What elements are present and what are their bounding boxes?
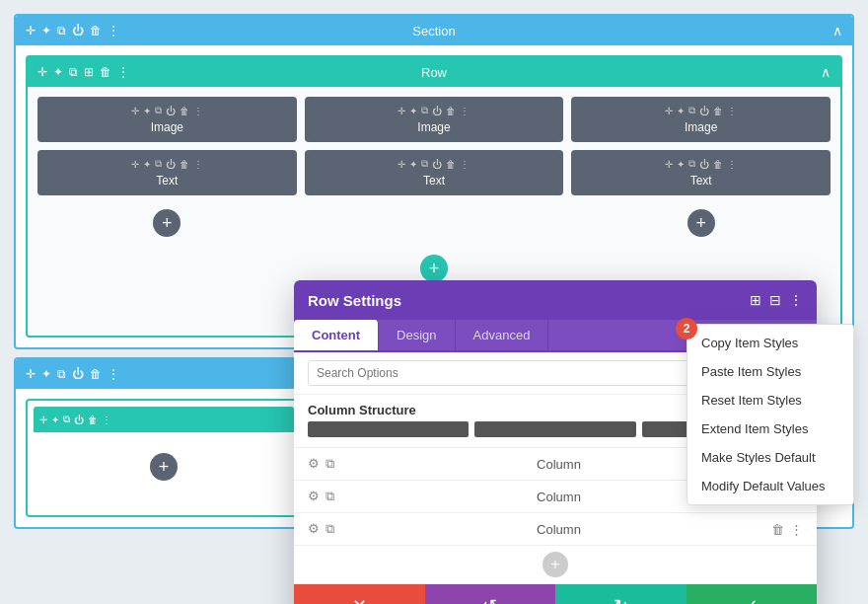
section-2-toolbar-icons[interactable]: ✛ ✦ ⧉ ⏻ 🗑 ⋮	[26, 367, 119, 381]
toggle-icon[interactable]: ⏻	[432, 159, 442, 170]
duplicate-icon[interactable]: ⧉	[688, 158, 695, 170]
more-icon[interactable]: ⋮	[790, 522, 803, 537]
tab-content[interactable]: Content	[294, 320, 379, 350]
duplicate-icon[interactable]: ⧉	[688, 105, 695, 116]
settings-icon[interactable]: ✦	[409, 106, 417, 116]
more-icon[interactable]: ⋮	[193, 106, 203, 116]
col-row-2-left-icons[interactable]: ⚙ ⧉	[308, 489, 334, 504]
toggle-icon[interactable]: ⏻	[699, 106, 709, 116]
delete-icon[interactable]: 🗑	[90, 24, 102, 38]
chevron-up-icon[interactable]: ∧	[821, 64, 831, 80]
col-row-3-left-icons[interactable]: ⚙ ⧉	[308, 521, 334, 537]
settings-icon[interactable]: ✦	[41, 367, 51, 381]
move-icon[interactable]: ✛	[665, 106, 673, 116]
toggle-icon[interactable]: ⏻	[699, 159, 709, 170]
add-element-row2[interactable]: +	[150, 453, 178, 481]
toggle-icon[interactable]: ⏻	[432, 106, 442, 116]
move-icon[interactable]: ✛	[665, 159, 673, 170]
settings-icon[interactable]: ⚙	[308, 456, 320, 472]
columns-icon[interactable]: ⊞	[84, 65, 94, 79]
settings-icon[interactable]: ⚙	[308, 489, 320, 504]
more-icon[interactable]: ⋮	[117, 65, 129, 79]
chevron-up-icon[interactable]: ∧	[832, 23, 842, 38]
tab-design[interactable]: Design	[379, 320, 455, 350]
delete-icon[interactable]: 🗑	[90, 367, 102, 381]
duplicate-icon[interactable]: ⧉	[155, 158, 162, 170]
move-icon[interactable]: ✛	[398, 106, 405, 116]
col-row-1-left-icons[interactable]: ⚙ ⧉	[308, 456, 334, 472]
delete-icon[interactable]: 🗑	[88, 415, 98, 425]
delete-icon[interactable]: 🗑	[180, 159, 189, 170]
settings-icon[interactable]: ✦	[677, 106, 685, 116]
toggle-icon[interactable]: ⏻	[72, 24, 84, 38]
toggle-icon[interactable]: ⏻	[74, 415, 84, 425]
add-element-col3[interactable]: +	[687, 209, 715, 237]
duplicate-icon[interactable]: ⧉	[155, 105, 162, 116]
row-2-wrapper: ✛ ✦ ⧉ ⏻ 🗑 ⋮ +	[26, 399, 302, 517]
duplicate-icon[interactable]: ⧉	[57, 24, 66, 38]
copy-item-styles[interactable]: Copy Item Styles	[687, 329, 853, 357]
move-icon[interactable]: ✛	[37, 65, 47, 79]
more-icon[interactable]: ⋮	[193, 159, 203, 170]
duplicate-icon[interactable]: ⧉	[63, 414, 70, 425]
extend-item-styles[interactable]: Extend Item Styles	[687, 415, 853, 443]
move-icon[interactable]: ✛	[26, 367, 36, 381]
cancel-button[interactable]: ✕	[294, 584, 425, 604]
move-icon[interactable]: ✛	[131, 159, 139, 170]
settings-icon[interactable]: ✦	[143, 106, 151, 116]
delete-icon[interactable]: 🗑	[713, 106, 723, 116]
duplicate-icon[interactable]: ⧉	[57, 367, 66, 381]
tab-advanced[interactable]: Advanced	[456, 320, 549, 350]
settings-icon[interactable]: ✦	[143, 159, 151, 170]
settings-icon[interactable]: ✦	[677, 159, 685, 170]
delete-icon[interactable]: 🗑	[713, 159, 723, 170]
move-icon[interactable]: ✛	[26, 24, 36, 38]
more-icon[interactable]: ⋮	[460, 106, 470, 116]
reset-button[interactable]: ↺	[425, 584, 556, 604]
delete-icon[interactable]: 🗑	[771, 522, 784, 537]
toggle-icon[interactable]: ⏻	[72, 367, 84, 381]
grid-icon[interactable]: ⊞	[750, 292, 761, 308]
section-1-toolbar-icons[interactable]: ✛ ✦ ⧉ ⏻ 🗑 ⋮	[26, 24, 119, 38]
duplicate-icon[interactable]: ⧉	[326, 489, 334, 504]
duplicate-icon[interactable]: ⧉	[326, 521, 334, 537]
move-icon[interactable]: ✛	[39, 415, 47, 425]
more-icon[interactable]: ⋮	[727, 159, 737, 170]
duplicate-icon[interactable]: ⧉	[69, 65, 78, 79]
duplicate-icon[interactable]: ⧉	[326, 456, 334, 472]
more-icon[interactable]: ⋮	[727, 106, 737, 116]
settings-icon[interactable]: ⚙	[308, 521, 320, 537]
paste-item-styles[interactable]: Paste Item Styles	[687, 357, 853, 386]
delete-icon[interactable]: 🗑	[446, 106, 456, 116]
make-styles-default[interactable]: Make Styles Default	[687, 443, 853, 472]
settings-icon[interactable]: ✦	[409, 159, 417, 170]
more-icon[interactable]: ⋮	[460, 159, 470, 170]
duplicate-icon[interactable]: ⧉	[421, 158, 428, 170]
toggle-icon[interactable]: ⏻	[166, 159, 176, 170]
settings-icon[interactable]: ✦	[51, 415, 59, 425]
duplicate-icon[interactable]: ⧉	[421, 105, 428, 116]
move-icon[interactable]: ✛	[131, 106, 139, 116]
delete-icon[interactable]: 🗑	[100, 65, 111, 79]
more-icon[interactable]: ⋮	[108, 24, 119, 38]
toggle-icon[interactable]: ⏻	[166, 106, 176, 116]
reset-item-styles[interactable]: Reset Item Styles	[687, 386, 853, 415]
settings-icon[interactable]: ✦	[41, 24, 51, 38]
add-row-button[interactable]: +	[420, 255, 448, 282]
settings-icon[interactable]: ✦	[53, 65, 63, 79]
redo-button[interactable]: ↻	[555, 584, 687, 604]
list-icon[interactable]: ⊟	[769, 292, 781, 308]
row-1-toolbar-icons[interactable]: ✛ ✦ ⧉ ⊞ 🗑 ⋮	[37, 65, 129, 79]
delete-icon[interactable]: 🗑	[446, 159, 456, 170]
col-row-3-right-icons[interactable]: 🗑 ⋮	[771, 522, 803, 537]
add-column-button[interactable]: +	[542, 552, 568, 577]
panel-header-icons[interactable]: ⊞ ⊟ ⋮	[750, 292, 803, 308]
more-icon[interactable]: ⋮	[102, 415, 111, 425]
save-button[interactable]: ✓	[687, 584, 818, 604]
move-icon[interactable]: ✛	[398, 159, 405, 170]
add-element-col1[interactable]: +	[153, 209, 181, 237]
delete-icon[interactable]: 🗑	[180, 106, 189, 116]
more-icon[interactable]: ⋮	[108, 367, 119, 381]
modify-default-values[interactable]: Modify Default Values	[687, 472, 853, 500]
more-icon[interactable]: ⋮	[789, 292, 803, 308]
